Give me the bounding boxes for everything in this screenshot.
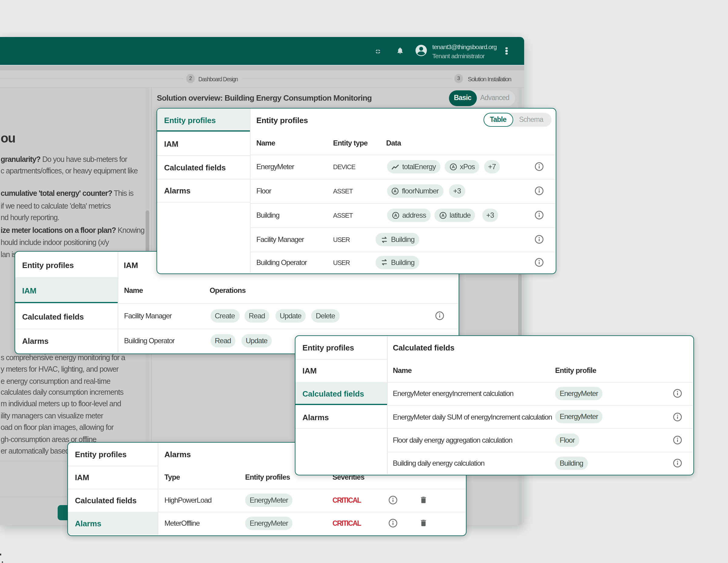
- svg-text:A: A: [441, 213, 444, 218]
- svg-text:A: A: [394, 213, 397, 218]
- svg-text:A: A: [451, 164, 454, 169]
- svg-text:A: A: [393, 189, 396, 194]
